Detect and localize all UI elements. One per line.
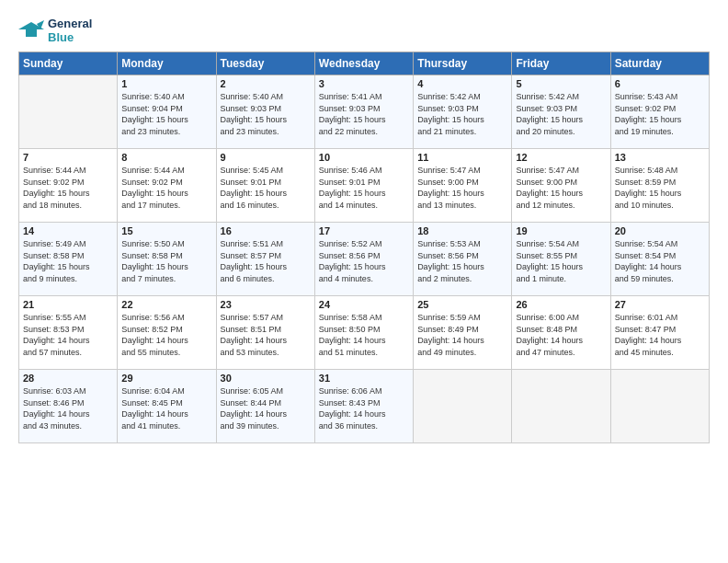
- day-info: Sunrise: 6:04 AM Sunset: 8:45 PM Dayligh…: [121, 385, 211, 431]
- day-info: Sunrise: 5:46 AM Sunset: 9:01 PM Dayligh…: [319, 165, 409, 211]
- day-info: Sunrise: 6:03 AM Sunset: 8:46 PM Dayligh…: [23, 385, 113, 431]
- calendar-cell: 17Sunrise: 5:52 AM Sunset: 8:56 PM Dayli…: [314, 223, 413, 296]
- calendar-cell: 21Sunrise: 5:55 AM Sunset: 8:53 PM Dayli…: [19, 296, 118, 370]
- calendar-page: General Blue SundayMondayTuesdayWednesda…: [0, 0, 728, 563]
- day-info: Sunrise: 5:58 AM Sunset: 8:50 PM Dayligh…: [319, 312, 409, 358]
- calendar-header-wednesday: Wednesday: [314, 52, 413, 75]
- day-number: 22: [121, 299, 211, 310]
- day-info: Sunrise: 5:44 AM Sunset: 9:02 PM Dayligh…: [23, 165, 113, 211]
- day-info: Sunrise: 5:47 AM Sunset: 9:00 PM Dayligh…: [516, 165, 606, 211]
- calendar-cell: 24Sunrise: 5:58 AM Sunset: 8:50 PM Dayli…: [314, 296, 413, 370]
- day-info: Sunrise: 5:50 AM Sunset: 8:58 PM Dayligh…: [121, 238, 211, 284]
- calendar-cell: 13Sunrise: 5:48 AM Sunset: 8:59 PM Dayli…: [610, 149, 709, 223]
- calendar-cell: [512, 370, 610, 443]
- calendar-cell: 9Sunrise: 5:45 AM Sunset: 9:01 PM Daylig…: [216, 149, 314, 223]
- day-number: 21: [23, 299, 113, 310]
- calendar-cell: 29Sunrise: 6:04 AM Sunset: 8:45 PM Dayli…: [118, 370, 216, 443]
- day-info: Sunrise: 5:51 AM Sunset: 8:57 PM Dayligh…: [221, 238, 311, 284]
- calendar-cell: [414, 370, 512, 443]
- day-info: Sunrise: 5:54 AM Sunset: 8:54 PM Dayligh…: [615, 238, 705, 284]
- calendar-cell: 30Sunrise: 6:05 AM Sunset: 8:44 PM Dayli…: [216, 370, 314, 443]
- day-info: Sunrise: 5:49 AM Sunset: 8:58 PM Dayligh…: [23, 238, 113, 284]
- calendar-cell: 22Sunrise: 5:56 AM Sunset: 8:52 PM Dayli…: [118, 296, 216, 370]
- calendar-header-row: SundayMondayTuesdayWednesdayThursdayFrid…: [19, 52, 710, 75]
- logo: General Blue: [18, 17, 92, 44]
- logo-text: General Blue: [48, 17, 92, 44]
- day-info: Sunrise: 5:40 AM Sunset: 9:03 PM Dayligh…: [221, 91, 311, 137]
- day-number: 20: [615, 225, 705, 236]
- calendar-cell: 25Sunrise: 5:59 AM Sunset: 8:49 PM Dayli…: [414, 296, 512, 370]
- day-number: 19: [516, 225, 606, 236]
- day-info: Sunrise: 5:44 AM Sunset: 9:02 PM Dayligh…: [121, 165, 211, 211]
- calendar-header-saturday: Saturday: [610, 52, 709, 75]
- calendar-cell: 16Sunrise: 5:51 AM Sunset: 8:57 PM Dayli…: [216, 223, 314, 296]
- day-info: Sunrise: 5:54 AM Sunset: 8:55 PM Dayligh…: [516, 238, 606, 284]
- calendar-week-row: 21Sunrise: 5:55 AM Sunset: 8:53 PM Dayli…: [19, 296, 710, 370]
- day-number: 1: [121, 78, 211, 89]
- day-number: 7: [23, 152, 113, 163]
- calendar-cell: 18Sunrise: 5:53 AM Sunset: 8:56 PM Dayli…: [414, 223, 512, 296]
- calendar-cell: 3Sunrise: 5:41 AM Sunset: 9:03 PM Daylig…: [314, 75, 413, 149]
- calendar-cell: 2Sunrise: 5:40 AM Sunset: 9:03 PM Daylig…: [216, 75, 314, 149]
- calendar-cell: 4Sunrise: 5:42 AM Sunset: 9:03 PM Daylig…: [414, 75, 512, 149]
- day-number: 4: [417, 78, 507, 89]
- day-info: Sunrise: 6:01 AM Sunset: 8:47 PM Dayligh…: [615, 312, 705, 358]
- calendar-cell: 1Sunrise: 5:40 AM Sunset: 9:04 PM Daylig…: [118, 75, 216, 149]
- day-info: Sunrise: 5:40 AM Sunset: 9:04 PM Dayligh…: [121, 91, 211, 137]
- logo-icon: [18, 20, 44, 40]
- calendar-cell: 15Sunrise: 5:50 AM Sunset: 8:58 PM Dayli…: [118, 223, 216, 296]
- calendar-week-row: 28Sunrise: 6:03 AM Sunset: 8:46 PM Dayli…: [19, 370, 710, 443]
- day-info: Sunrise: 5:42 AM Sunset: 9:03 PM Dayligh…: [417, 91, 507, 137]
- calendar-header-sunday: Sunday: [19, 52, 118, 75]
- day-number: 12: [516, 152, 606, 163]
- calendar-header-monday: Monday: [118, 52, 216, 75]
- day-number: 6: [615, 78, 705, 89]
- day-info: Sunrise: 6:00 AM Sunset: 8:48 PM Dayligh…: [516, 312, 606, 358]
- calendar-cell: 8Sunrise: 5:44 AM Sunset: 9:02 PM Daylig…: [118, 149, 216, 223]
- calendar-cell: 11Sunrise: 5:47 AM Sunset: 9:00 PM Dayli…: [414, 149, 512, 223]
- calendar-cell: 10Sunrise: 5:46 AM Sunset: 9:01 PM Dayli…: [314, 149, 413, 223]
- day-number: 5: [516, 78, 606, 89]
- day-number: 16: [221, 225, 311, 236]
- day-number: 28: [23, 373, 113, 384]
- day-info: Sunrise: 5:59 AM Sunset: 8:49 PM Dayligh…: [417, 312, 507, 358]
- day-info: Sunrise: 5:52 AM Sunset: 8:56 PM Dayligh…: [319, 238, 409, 284]
- day-info: Sunrise: 5:55 AM Sunset: 8:53 PM Dayligh…: [23, 312, 113, 358]
- calendar-week-row: 1Sunrise: 5:40 AM Sunset: 9:04 PM Daylig…: [19, 75, 710, 149]
- day-number: 13: [615, 152, 705, 163]
- header: General Blue: [18, 17, 710, 44]
- day-number: 11: [417, 152, 507, 163]
- calendar-cell: 5Sunrise: 5:42 AM Sunset: 9:03 PM Daylig…: [512, 75, 610, 149]
- day-info: Sunrise: 5:47 AM Sunset: 9:00 PM Dayligh…: [417, 165, 507, 211]
- day-number: 3: [319, 78, 409, 89]
- day-number: 2: [221, 78, 311, 89]
- day-info: Sunrise: 6:05 AM Sunset: 8:44 PM Dayligh…: [221, 385, 311, 431]
- day-number: 14: [23, 225, 113, 236]
- day-info: Sunrise: 5:57 AM Sunset: 8:51 PM Dayligh…: [221, 312, 311, 358]
- day-number: 25: [417, 299, 507, 310]
- calendar-header-tuesday: Tuesday: [216, 52, 314, 75]
- calendar-cell: 31Sunrise: 6:06 AM Sunset: 8:43 PM Dayli…: [314, 370, 413, 443]
- day-number: 8: [121, 152, 211, 163]
- calendar-cell: [610, 370, 709, 443]
- calendar-cell: 20Sunrise: 5:54 AM Sunset: 8:54 PM Dayli…: [610, 223, 709, 296]
- calendar-header-thursday: Thursday: [414, 52, 512, 75]
- calendar-cell: 27Sunrise: 6:01 AM Sunset: 8:47 PM Dayli…: [610, 296, 709, 370]
- day-number: 27: [615, 299, 705, 310]
- day-number: 15: [121, 225, 211, 236]
- day-info: Sunrise: 5:48 AM Sunset: 8:59 PM Dayligh…: [615, 165, 705, 211]
- day-number: 29: [121, 373, 211, 384]
- day-info: Sunrise: 5:45 AM Sunset: 9:01 PM Dayligh…: [221, 165, 311, 211]
- day-number: 23: [221, 299, 311, 310]
- calendar-cell: 28Sunrise: 6:03 AM Sunset: 8:46 PM Dayli…: [19, 370, 118, 443]
- calendar-cell: [19, 75, 118, 149]
- calendar-cell: 7Sunrise: 5:44 AM Sunset: 9:02 PM Daylig…: [19, 149, 118, 223]
- day-info: Sunrise: 5:42 AM Sunset: 9:03 PM Dayligh…: [516, 91, 606, 137]
- day-info: Sunrise: 6:06 AM Sunset: 8:43 PM Dayligh…: [319, 385, 409, 431]
- day-number: 26: [516, 299, 606, 310]
- calendar-cell: 14Sunrise: 5:49 AM Sunset: 8:58 PM Dayli…: [19, 223, 118, 296]
- day-info: Sunrise: 5:41 AM Sunset: 9:03 PM Dayligh…: [319, 91, 409, 137]
- day-number: 31: [319, 373, 409, 384]
- day-number: 17: [319, 225, 409, 236]
- calendar-cell: 19Sunrise: 5:54 AM Sunset: 8:55 PM Dayli…: [512, 223, 610, 296]
